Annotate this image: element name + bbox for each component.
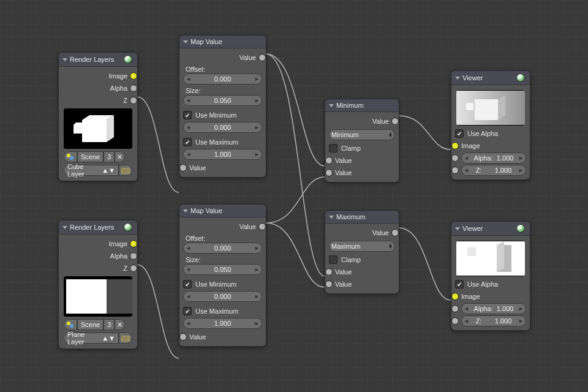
use-alpha-checkbox[interactable] xyxy=(455,129,464,138)
layer-dropdown[interactable]: Cube Layer ▲▼ xyxy=(64,165,119,176)
layer-selector[interactable]: Cube Layer ▲▼ xyxy=(64,165,132,176)
socket-out-value[interactable] xyxy=(391,118,399,125)
z-field[interactable]: ◄Z: 1.000► xyxy=(461,315,526,326)
clamp-checkbox[interactable] xyxy=(329,255,337,264)
scene-name[interactable]: Scene xyxy=(77,319,104,330)
use-max-checkbox[interactable] xyxy=(183,307,192,315)
node-title: Maximum xyxy=(336,213,366,221)
socket-out-image[interactable] xyxy=(130,72,137,80)
use-min-label: Use Minimum xyxy=(195,281,236,288)
svg-point-13 xyxy=(67,322,70,325)
max-field[interactable]: ◄1.000► xyxy=(183,318,262,329)
svg-rect-18 xyxy=(475,99,498,120)
socket-in-alpha[interactable] xyxy=(451,154,459,162)
min-field[interactable]: ◄0.000► xyxy=(183,291,262,302)
node-map-value-1[interactable]: Map Value Value Offset: ◄0.000► Size: ◄0… xyxy=(179,36,266,177)
node-math-minimum[interactable]: Minimum Value Minimum▲▼ Clamp Value Valu… xyxy=(325,99,399,182)
node-header[interactable]: Minimum xyxy=(325,99,399,112)
collapse-icon[interactable] xyxy=(455,227,460,230)
svg-rect-12 xyxy=(107,279,132,314)
socket-in-image[interactable] xyxy=(451,293,459,300)
collapse-icon[interactable] xyxy=(455,77,460,80)
use-min-label: Use Minimum xyxy=(195,111,236,119)
alpha-field[interactable]: ◄Alpha: 1.000► xyxy=(461,303,526,314)
socket-in-value-1[interactable] xyxy=(325,268,333,276)
scene-name[interactable]: Scene xyxy=(77,151,104,162)
socket-out-alpha[interactable] xyxy=(130,85,137,92)
scene-selector[interactable]: Scene 3 ✕ xyxy=(64,151,132,162)
collapse-icon[interactable] xyxy=(329,104,334,107)
use-alpha-checkbox[interactable] xyxy=(455,280,464,288)
node-header[interactable]: Map Value xyxy=(179,36,266,48)
input-label: Value xyxy=(335,169,352,176)
offset-field[interactable]: ◄0.000► xyxy=(183,243,262,254)
alpha-field[interactable]: ◄Alpha: 1.000► xyxy=(461,153,526,164)
socket-out-z[interactable] xyxy=(130,97,137,104)
collapse-icon[interactable] xyxy=(62,58,67,61)
socket-in-value[interactable] xyxy=(179,333,187,341)
socket-in-z[interactable] xyxy=(451,317,459,325)
node-header[interactable]: Viewer xyxy=(451,222,530,236)
preview-sphere-icon xyxy=(124,55,132,64)
max-field[interactable]: ◄1.000► xyxy=(183,149,262,160)
clamp-checkbox[interactable] xyxy=(329,144,337,153)
operation-dropdown[interactable]: Minimum▲▼ xyxy=(329,129,395,140)
layer-dropdown[interactable]: Plane Layer ▲▼ xyxy=(64,333,119,344)
node-title: Map Value xyxy=(190,207,222,214)
collapse-icon[interactable] xyxy=(183,209,188,213)
node-header[interactable]: Map Value xyxy=(179,205,266,217)
socket-in-alpha[interactable] xyxy=(451,305,459,312)
z-field[interactable]: ◄Z: 1.000► xyxy=(461,165,526,176)
socket-out-z[interactable] xyxy=(130,265,137,272)
offset-label: Offset: xyxy=(186,66,261,73)
socket-in-z[interactable] xyxy=(451,167,459,174)
use-min-checkbox[interactable] xyxy=(183,111,192,119)
use-max-label: Use Maximum xyxy=(195,138,238,146)
socket-out-alpha[interactable] xyxy=(130,252,137,260)
node-math-maximum[interactable]: Maximum Value Maximum▲▼ Clamp Value Valu… xyxy=(325,211,399,293)
node-viewer-2[interactable]: Viewer Use Alpha Image ◄Alpha: 1.000► ◄Z… xyxy=(451,222,530,330)
socket-out-value[interactable] xyxy=(391,229,399,236)
scene-unlink-icon[interactable]: ✕ xyxy=(115,319,125,330)
scene-browse-icon[interactable] xyxy=(64,151,77,162)
node-header[interactable]: Maximum xyxy=(325,211,399,224)
size-field[interactable]: ◄0.050► xyxy=(183,95,262,106)
socket-in-value-1[interactable] xyxy=(325,157,333,164)
scene-users[interactable]: 3 xyxy=(104,151,115,162)
socket-in-value-2[interactable] xyxy=(325,169,333,176)
node-render-layers-1[interactable]: Render Layers Image Alpha Z Scene 3 ✕ xyxy=(59,53,137,181)
svg-rect-21 xyxy=(456,241,525,276)
socket-in-image[interactable] xyxy=(451,142,459,149)
render-layer-icon[interactable] xyxy=(119,165,132,176)
node-header[interactable]: Viewer xyxy=(451,71,530,85)
socket-in-value[interactable] xyxy=(179,164,187,172)
preview-thumbnail xyxy=(64,108,132,149)
scene-unlink-icon[interactable]: ✕ xyxy=(115,151,125,162)
node-title: Map Value xyxy=(190,38,222,45)
use-max-checkbox[interactable] xyxy=(183,138,192,146)
scene-selector[interactable]: Scene 3 ✕ xyxy=(64,319,132,330)
offset-field[interactable]: ◄0.000► xyxy=(183,74,262,85)
node-viewer-1[interactable]: Viewer Use Alpha Image ◄Alpha: 1.000► ◄Z… xyxy=(451,71,530,179)
min-field[interactable]: ◄0.000► xyxy=(183,122,262,133)
scene-browse-icon[interactable] xyxy=(64,319,77,330)
socket-out-image[interactable] xyxy=(130,240,137,247)
operation-dropdown[interactable]: Maximum▲▼ xyxy=(329,241,395,252)
socket-in-value-2[interactable] xyxy=(325,281,333,288)
collapse-icon[interactable] xyxy=(329,216,334,219)
use-min-checkbox[interactable] xyxy=(183,280,192,288)
output-label: Alpha xyxy=(110,85,127,92)
node-header[interactable]: Render Layers xyxy=(59,53,137,67)
socket-out-value[interactable] xyxy=(258,223,266,230)
node-map-value-2[interactable]: Map Value Value Offset: ◄0.000► Size: ◄0… xyxy=(179,205,266,346)
node-render-layers-2[interactable]: Render Layers Image Alpha Z Scene 3 ✕ Pl… xyxy=(59,221,137,349)
render-layer-icon[interactable] xyxy=(119,333,132,344)
collapse-icon[interactable] xyxy=(62,226,67,229)
input-label: Value xyxy=(335,268,352,276)
node-header[interactable]: Render Layers xyxy=(59,221,137,235)
socket-out-value[interactable] xyxy=(258,54,266,61)
layer-selector[interactable]: Plane Layer ▲▼ xyxy=(64,333,132,344)
scene-users[interactable]: 3 xyxy=(104,319,115,330)
size-field[interactable]: ◄0.050► xyxy=(183,264,262,275)
collapse-icon[interactable] xyxy=(183,40,188,43)
